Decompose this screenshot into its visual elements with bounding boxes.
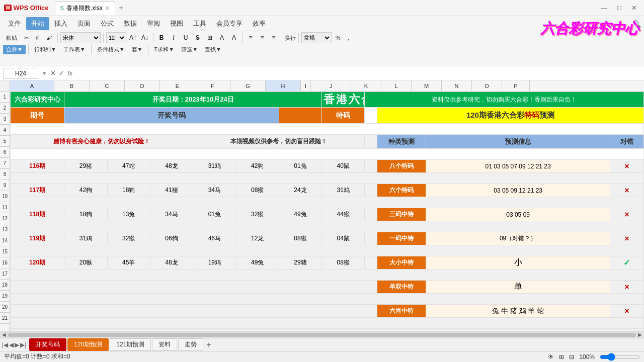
col-header-h[interactable]: H	[266, 80, 301, 91]
row-header-2[interactable]: 2	[0, 103, 10, 114]
cell-a1[interactable]: 六合彩研究中心	[11, 92, 64, 108]
cell-b10[interactable]: 18狗	[64, 208, 107, 221]
cell-k10-merge[interactable]: 03 05 09	[426, 208, 610, 221]
row9-empty[interactable]	[11, 197, 644, 208]
cell-k6-merge[interactable]: 01 03 05 07 09 12 21 23	[426, 160, 610, 173]
cell-g12[interactable]: 08猴	[279, 232, 321, 245]
menu-view[interactable]: 视图	[165, 17, 188, 30]
cell-g14[interactable]: 29猪	[279, 256, 321, 269]
cell-b1-merge[interactable]: 开奖日期：2023年10月24日	[64, 92, 322, 108]
col-header-n[interactable]: N	[442, 80, 472, 91]
col-header-f[interactable]: F	[195, 80, 230, 91]
row-header-20[interactable]: 20	[0, 302, 10, 313]
col-header-c[interactable]: C	[90, 80, 125, 91]
menu-efficiency[interactable]: 效率	[248, 17, 271, 30]
cell-j10[interactable]: 三码中特	[377, 208, 426, 221]
cell-j14[interactable]: 大小中特	[377, 256, 426, 269]
cell-p8[interactable]: ×	[610, 184, 643, 197]
col-header-j[interactable]: J	[311, 80, 351, 91]
row-header-21[interactable]: 21	[0, 313, 10, 324]
cell-g2[interactable]	[279, 108, 321, 124]
row-header-9[interactable]: 9	[0, 180, 10, 191]
row-height-button[interactable]: 行和列▼	[31, 45, 59, 54]
conditional-format-button[interactable]: 条件格式▼	[94, 45, 128, 54]
row-header-11[interactable]: 11	[0, 202, 10, 213]
cell-k12-merge[interactable]: 09（对错？）	[426, 232, 610, 245]
cell-k14-merge[interactable]: 小	[426, 256, 610, 269]
row15-right[interactable]	[426, 269, 644, 281]
cell-h1[interactable]: 香港六合彩	[322, 92, 365, 108]
cell-p14[interactable]: ✓	[610, 256, 643, 269]
menu-data[interactable]: 数据	[119, 17, 142, 30]
cell-i14[interactable]	[365, 256, 377, 269]
sheet-tab-5[interactable]: 走势	[178, 338, 203, 351]
sheet-tab-3[interactable]: 121期预测	[110, 338, 151, 351]
cell-i10[interactable]	[365, 208, 377, 221]
menu-layout[interactable]: 页面	[72, 17, 96, 30]
cell-p16[interactable]: ×	[610, 281, 643, 294]
cell-a10[interactable]: 118期	[11, 208, 64, 221]
minimize-button[interactable]: —	[598, 3, 610, 13]
cell-a8[interactable]: 117期	[11, 184, 64, 197]
cell-a2[interactable]: 期号	[11, 108, 64, 124]
fx-icon[interactable]: fx	[67, 69, 72, 77]
scroll-right-icon[interactable]: ▶	[638, 332, 642, 337]
cell-c14[interactable]: 45羊	[107, 256, 150, 269]
cell-i4[interactable]	[365, 135, 377, 149]
maximize-button[interactable]: □	[614, 3, 624, 13]
cell-a14[interactable]: 120期	[11, 256, 64, 269]
cell-j6[interactable]: 八个特码	[377, 160, 426, 173]
cell-j16[interactable]: 单双中特	[377, 281, 426, 294]
menu-home[interactable]: 开始	[26, 17, 49, 30]
cell-j12[interactable]: 一码中特	[377, 232, 426, 245]
decrease-decimal-button[interactable]: ,	[345, 34, 352, 42]
file-tab[interactable]: S 香港期数.xlsx ✕	[55, 2, 115, 15]
row-header-13[interactable]: 13	[0, 224, 10, 235]
cell-d8[interactable]: 41猪	[150, 184, 193, 197]
strikethrough-button[interactable]: S̶	[192, 32, 203, 43]
increase-decimal-button[interactable]: %	[333, 34, 344, 42]
first-sheet-button[interactable]: |◀	[2, 341, 8, 348]
cell-p12[interactable]: ×	[610, 232, 643, 245]
cell-reference-input[interactable]	[3, 68, 38, 79]
merge-cells-button[interactable]: 合并▼	[3, 45, 26, 54]
cell-h12[interactable]: 04鼠	[322, 232, 365, 245]
sheet-tab-1[interactable]: 开奖号码	[29, 338, 66, 351]
fill-color-button[interactable]: A	[216, 32, 227, 43]
next-sheet-button[interactable]: ▶	[15, 341, 19, 348]
cell-j8[interactable]: 六个特码	[377, 184, 426, 197]
col-header-l[interactable]: L	[381, 80, 412, 91]
last-sheet-button[interactable]: ▶|	[20, 341, 26, 348]
cell-i6[interactable]	[365, 160, 377, 173]
row-header-19[interactable]: 19	[0, 291, 10, 302]
row-header-7[interactable]: 7	[0, 158, 10, 169]
cell-j2-merge[interactable]: 120期香港六合彩特码预测	[377, 108, 643, 124]
cell-f6[interactable]: 42狗	[236, 160, 279, 173]
cell-i1-merge[interactable]: 资料仅供参考研究，切勿购买六合彩！香则后果自负！	[365, 92, 644, 108]
cell-e12[interactable]: 46马	[193, 232, 236, 245]
underline-button[interactable]: U	[180, 32, 191, 43]
row5-empty[interactable]	[11, 149, 644, 160]
cell-i8[interactable]	[365, 184, 377, 197]
menu-member[interactable]: 会员专享	[211, 17, 248, 30]
close-button[interactable]: ✕	[628, 3, 640, 13]
row13-empty[interactable]	[11, 245, 644, 256]
cell-h10[interactable]: 44猴	[322, 208, 365, 221]
confirm-icon[interactable]: ✓	[59, 69, 64, 77]
cell-d10[interactable]: 34马	[150, 208, 193, 221]
row17-empty[interactable]	[11, 294, 644, 305]
border-button[interactable]: ⊞	[204, 32, 215, 43]
cell-h14[interactable]: 08猴	[322, 256, 365, 269]
font-size-select[interactable]: 12	[106, 32, 126, 43]
row16-left[interactable]	[11, 281, 377, 294]
row-header-4[interactable]: 4	[0, 125, 10, 136]
add-sheet-button[interactable]: +	[204, 340, 213, 349]
cell-e14[interactable]: 19鸡	[193, 256, 236, 269]
sum-button[interactable]: Σ求和▼	[151, 45, 177, 54]
row20[interactable]	[11, 329, 644, 331]
view-page-icon[interactable]: ⊟	[569, 353, 574, 360]
tab-close-button[interactable]: ✕	[105, 5, 110, 12]
cell-i2[interactable]	[365, 108, 377, 124]
cell-b12[interactable]: 31鸡	[64, 232, 107, 245]
cell-f10[interactable]: 32猴	[236, 208, 279, 221]
